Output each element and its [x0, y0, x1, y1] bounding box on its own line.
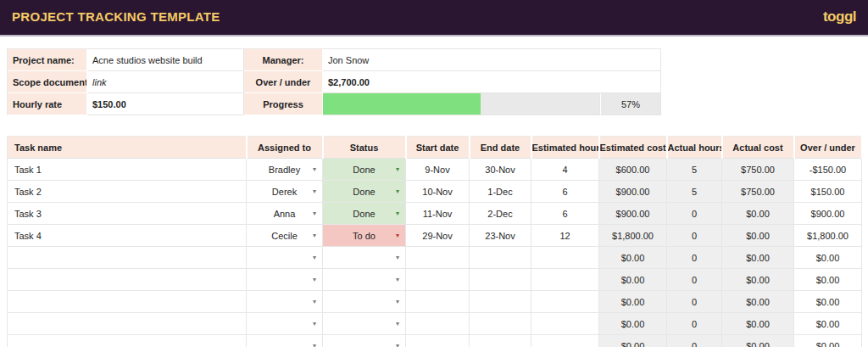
start-date-cell[interactable]	[406, 269, 470, 291]
end-date-cell[interactable]: 30-Nov	[470, 159, 531, 181]
estimated-cost-cell[interactable]: $0.00	[599, 247, 667, 269]
end-date-cell[interactable]: 2-Dec	[470, 203, 531, 225]
actual-hours-cell[interactable]: 0	[667, 269, 722, 291]
status-dropdown[interactable]: To do▾	[323, 225, 406, 247]
actual-cost-cell[interactable]: $750.00	[722, 181, 794, 203]
estimated-cost-cell[interactable]: $900.00	[599, 181, 667, 203]
task-name-cell[interactable]: Task 4	[8, 225, 247, 247]
start-date-cell[interactable]: 10-Nov	[406, 181, 470, 203]
estimated-hours-cell[interactable]	[531, 247, 599, 269]
actual-hours-cell[interactable]: 0	[667, 225, 722, 247]
start-date-cell[interactable]: 11-Nov	[406, 203, 470, 225]
status-dropdown[interactable]: ▾	[323, 313, 406, 335]
assignee-dropdown[interactable]: Anna▾	[247, 203, 323, 225]
actual-cost-cell[interactable]: $0.00	[722, 291, 794, 313]
actual-hours-cell[interactable]: 0	[667, 335, 722, 347]
assignee-dropdown[interactable]: ▾	[247, 313, 323, 335]
over-under-total-cell[interactable]: $2,700.00	[323, 71, 661, 93]
actual-cost-cell[interactable]: $0.00	[722, 203, 794, 225]
estimated-hours-cell[interactable]: 4	[531, 159, 599, 181]
actual-cost-cell[interactable]: $0.00	[722, 225, 794, 247]
actual-hours-cell[interactable]: 5	[667, 159, 722, 181]
project-name-cell[interactable]: Acne studios website build	[87, 49, 244, 71]
status-dropdown[interactable]: ▾	[323, 247, 406, 269]
start-date-cell[interactable]	[406, 335, 470, 347]
task-name-cell[interactable]: Task 3	[8, 203, 247, 225]
over-under-cell[interactable]: $0.00	[794, 269, 862, 291]
status-dropdown[interactable]: Done▾	[323, 203, 406, 225]
manager-cell[interactable]: Jon Snow	[323, 49, 661, 71]
assignee-dropdown[interactable]: Derek▾	[247, 181, 323, 203]
status-dropdown[interactable]: Done▾	[323, 159, 406, 181]
actual-hours-cell[interactable]: 0	[667, 313, 722, 335]
end-date-cell[interactable]: 23-Nov	[470, 225, 531, 247]
over-under-cell[interactable]: $1,800.00	[794, 225, 862, 247]
status-dropdown[interactable]: ▾	[323, 291, 406, 313]
actual-cost-cell[interactable]: $0.00	[722, 269, 794, 291]
assignee-dropdown[interactable]: ▾	[247, 269, 323, 291]
actual-hours-cell[interactable]: 5	[667, 181, 722, 203]
estimated-cost-cell[interactable]: $600.00	[599, 159, 667, 181]
over-under-cell[interactable]: $0.00	[794, 335, 862, 347]
task-name-cell[interactable]	[8, 335, 247, 347]
actual-hours-cell[interactable]: 0	[667, 247, 722, 269]
task-name-cell[interactable]	[8, 313, 247, 335]
over-under-cell[interactable]: $0.00	[794, 291, 862, 313]
end-date-cell[interactable]	[470, 247, 531, 269]
estimated-cost-cell[interactable]: $0.00	[599, 291, 667, 313]
actual-hours-cell[interactable]: 0	[667, 291, 722, 313]
start-date-cell[interactable]	[406, 291, 470, 313]
over-under-cell[interactable]: $900.00	[794, 203, 862, 225]
estimated-cost-cell[interactable]: $0.00	[599, 269, 667, 291]
task-name-cell[interactable]	[8, 291, 247, 313]
actual-cost-cell[interactable]: $750.00	[722, 159, 794, 181]
task-name-cell[interactable]: Task 1	[8, 159, 247, 181]
actual-cost-cell[interactable]: $0.00	[722, 313, 794, 335]
estimated-cost-cell[interactable]: $900.00	[599, 203, 667, 225]
assignee-dropdown[interactable]: ▾	[247, 335, 323, 347]
start-date-cell-text: 29-Nov	[422, 231, 452, 241]
assignee-dropdown[interactable]: Bradley▾	[247, 159, 323, 181]
estimated-hours-cell[interactable]: 6	[531, 181, 599, 203]
assignee-dropdown[interactable]: Cecile▾	[247, 225, 323, 247]
status-dropdown[interactable]: Done▾	[323, 181, 406, 203]
estimated-hours-cell[interactable]	[531, 291, 599, 313]
task-name-cell[interactable]	[8, 269, 247, 291]
start-date-cell[interactable]: 29-Nov	[406, 225, 470, 247]
task-name-cell[interactable]	[8, 247, 247, 269]
start-date-cell[interactable]: 9-Nov	[406, 159, 470, 181]
start-date-cell[interactable]	[406, 313, 470, 335]
actual-cost-cell[interactable]: $0.00	[722, 247, 794, 269]
scope-document-link[interactable]: link	[87, 71, 244, 93]
end-date-cell[interactable]	[470, 269, 531, 291]
estimated-hours-cell[interactable]	[531, 313, 599, 335]
estimated-cost-cell[interactable]: $0.00	[599, 335, 667, 347]
estimated-cost-cell[interactable]: $1,800.00	[599, 225, 667, 247]
estimated-cost-cell[interactable]: $0.00	[599, 313, 667, 335]
progress-percent-cell[interactable]: 57%	[600, 93, 661, 115]
status-dropdown[interactable]: ▾	[323, 335, 406, 347]
over-under-cell[interactable]: $0.00	[794, 247, 862, 269]
over-under-cell[interactable]: $0.00	[794, 313, 862, 335]
end-date-cell[interactable]	[470, 335, 531, 347]
assignee-dropdown[interactable]: ▾	[247, 291, 323, 313]
progress-bar-cell[interactable]	[323, 93, 600, 115]
estimated-hours-cell[interactable]	[531, 269, 599, 291]
estimated-hours-cell[interactable]: 6	[531, 203, 599, 225]
toggl-logo[interactable]: toggl	[823, 8, 856, 25]
actual-cost-cell[interactable]: $0.00	[722, 335, 794, 347]
status-dropdown[interactable]: ▾	[323, 269, 406, 291]
end-date-cell[interactable]	[470, 313, 531, 335]
end-date-cell[interactable]	[470, 291, 531, 313]
task-name-cell[interactable]: Task 2	[8, 181, 247, 203]
estimated-hours-cell[interactable]: 12	[531, 225, 599, 247]
start-date-cell[interactable]	[406, 247, 470, 269]
chevron-down-icon: ▾	[313, 210, 316, 217]
hourly-rate-cell[interactable]: $150.00	[87, 93, 244, 115]
actual-hours-cell[interactable]: 0	[667, 203, 722, 225]
end-date-cell[interactable]: 1-Dec	[470, 181, 531, 203]
estimated-hours-cell[interactable]	[531, 335, 599, 347]
over-under-cell[interactable]: $150.00	[794, 181, 862, 203]
over-under-cell[interactable]: -$150.00	[794, 159, 862, 181]
assignee-dropdown[interactable]: ▾	[247, 247, 323, 269]
